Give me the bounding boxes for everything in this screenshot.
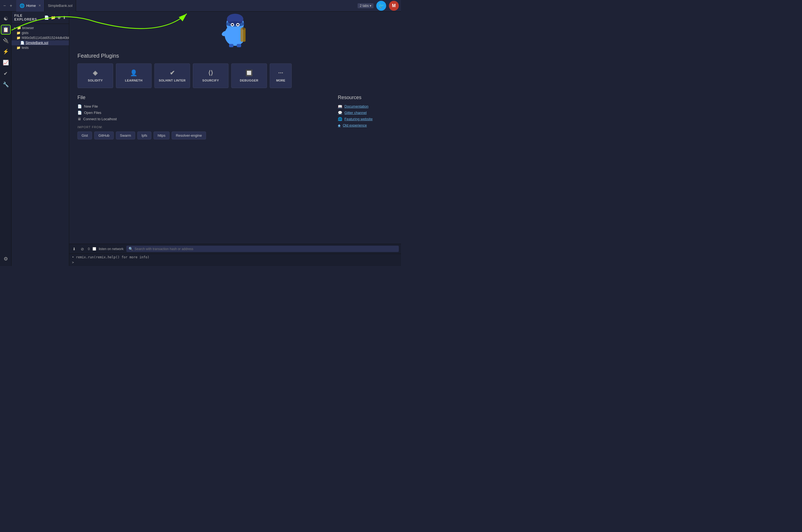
open-files-link-label: Open Files xyxy=(84,111,101,115)
link-open-files[interactable]: 📄 Open Files xyxy=(77,111,327,115)
solidity-icon: ◈ xyxy=(93,70,98,77)
chevron-down-icon[interactable]: ⬇ xyxy=(71,246,77,252)
svg-rect-15 xyxy=(237,44,241,47)
plugin-solidity[interactable]: ◈ SOLIDITY xyxy=(77,63,113,88)
resources-title: Resources xyxy=(338,95,393,100)
import-gist[interactable]: Gist xyxy=(77,132,92,139)
plugin-learneth[interactable]: 👤 LEARNETH xyxy=(116,63,152,88)
svg-point-4 xyxy=(231,23,234,26)
featuring-icon: 🌐 xyxy=(338,117,342,121)
import-buttons: Gist GitHub Swarm Ipfs https Resolver-en… xyxy=(77,132,327,139)
import-github[interactable]: GitHub xyxy=(94,132,113,139)
link-featuring[interactable]: 🌐 Featuring website xyxy=(338,117,393,121)
sidebar-item-tools[interactable]: 🔧 xyxy=(1,80,11,90)
svg-point-2 xyxy=(227,14,243,25)
svg-rect-8 xyxy=(241,28,245,42)
tree-item-browser[interactable]: ▼ 📁 browser xyxy=(12,25,69,31)
file-section-title: File xyxy=(77,95,327,100)
listen-label: listen on network xyxy=(99,247,124,251)
sourcify-icon: ⟨⟩ xyxy=(208,70,213,77)
home-page: Featured Plugins ◈ SOLIDITY 👤 LEARNETH ✔… xyxy=(69,12,401,244)
tree-item-tests[interactable]: 📁 tests xyxy=(12,45,69,50)
link-connect-localhost[interactable]: 🖥 Connect to Localhost xyxy=(77,117,327,121)
tree-item-hash-folder[interactable]: 📁 f490c0d51141dd0515244db40bbd0c17 xyxy=(12,35,69,40)
no-sign-icon[interactable]: ⊘ xyxy=(80,246,85,252)
link-new-file[interactable]: 📄 New File xyxy=(77,104,327,109)
tree-label-simplebank: SimpleBank.sol xyxy=(25,41,48,45)
search-input[interactable] xyxy=(135,247,397,251)
resources-section: Resources 📖 Documentation 💬 Gitter chann… xyxy=(338,95,393,139)
tab-simplebank[interactable]: SimpleBank.sol xyxy=(44,0,76,12)
medium-button[interactable]: M xyxy=(389,1,399,11)
link-documentation[interactable]: 📖 Documentation xyxy=(338,104,393,109)
folder-icon-hash: 📁 xyxy=(17,36,21,40)
tabs-area: 🌐 Home ✕ SimpleBank.sol 2 tabs ▾ 🐦 M xyxy=(16,0,399,12)
zoom-controls: − + xyxy=(2,3,14,9)
import-resolver[interactable]: Resolver-engine xyxy=(172,132,206,139)
link-old-experience[interactable]: ◆ Old experience xyxy=(338,123,393,127)
import-label: IMPORT FROM: xyxy=(77,126,327,129)
plugins-grid: ◈ SOLIDITY 👤 LEARNETH ✔ SOLHINT LINTER ⟨… xyxy=(77,63,393,88)
plugin-debugger-label: DEBUGGER xyxy=(240,79,259,82)
tab-home-close[interactable]: ✕ xyxy=(38,4,41,7)
twitter-button[interactable]: 🐦 xyxy=(376,1,386,11)
more-icon: ··· xyxy=(278,70,283,77)
icon-sidebar: ☯ 📋 🔌 ⚡ 📈 ✔ 🔧 ⚙ xyxy=(0,12,12,266)
github-icon[interactable]: ⊕ xyxy=(57,15,61,20)
console-prompt[interactable]: > xyxy=(72,261,398,264)
featured-plugins-title: Featured Plugins xyxy=(77,53,393,59)
svg-point-6 xyxy=(231,24,233,25)
sidebar-item-analytics[interactable]: 📈 xyxy=(1,58,11,68)
svg-rect-14 xyxy=(229,44,234,47)
tree-item-gists[interactable]: 📁 gists xyxy=(12,31,69,35)
plugin-learneth-label: LEARNETH xyxy=(125,79,143,82)
zoom-in-button[interactable]: + xyxy=(8,3,13,9)
file-tree: ▼ 📁 browser 📁 gists 📁 f490c0d51141dd0515… xyxy=(12,24,69,266)
open-files-link-icon: 📄 xyxy=(77,111,82,115)
top-right-icons: 🐦 M xyxy=(376,1,399,11)
sidebar-item-compile[interactable]: ⚡ xyxy=(1,47,11,57)
plugin-debugger[interactable]: 🔲 DEBUGGER xyxy=(231,63,267,88)
upload-icon[interactable]: ⬆ xyxy=(63,15,66,20)
tree-label-hash: f490c0d51141dd0515244db40bbd0c17 xyxy=(22,36,69,40)
gitter-label: Gitter channel xyxy=(344,111,367,115)
plugin-more[interactable]: ··· MORE xyxy=(270,63,292,88)
tabs-count[interactable]: 2 tabs ▾ xyxy=(358,3,374,8)
file-section: File 📄 New File 📄 Open Files 🖥 Connec xyxy=(77,95,327,139)
solhint-icon: ✔ xyxy=(170,70,175,77)
tab-home[interactable]: 🌐 Home ✕ xyxy=(16,0,45,12)
svg-point-3 xyxy=(225,21,245,26)
svg-point-0 xyxy=(225,24,245,46)
svg-point-5 xyxy=(236,23,240,26)
import-swarm[interactable]: Swarm xyxy=(116,132,135,139)
sidebar-item-files[interactable]: 📋 xyxy=(1,25,11,35)
plugin-sourcify[interactable]: ⟨⟩ SOURCIFY xyxy=(193,63,228,88)
sidebar-item-remix[interactable]: ☯ xyxy=(1,14,11,24)
tree-item-simplebank[interactable]: 📄 SimpleBank.sol xyxy=(12,40,69,45)
file-panel: FILE EXPLORERS 📄 📁 ⊕ ⬆ ▼ 📁 browser 📁 gis… xyxy=(12,12,69,266)
import-https[interactable]: https xyxy=(153,132,169,139)
top-bar: − + 🌐 Home ✕ SimpleBank.sol 2 tabs ▾ 🐦 M xyxy=(0,0,401,12)
sidebar-item-plugins[interactable]: 🔌 xyxy=(1,36,11,45)
plugin-solhint[interactable]: ✔ SOLHINT LINTER xyxy=(154,63,190,88)
new-file-icon[interactable]: 📄 xyxy=(44,15,49,20)
sidebar-item-test[interactable]: ✔ xyxy=(1,69,11,78)
tree-label-gists: gists xyxy=(22,31,29,35)
listen-count: 0 xyxy=(88,247,90,251)
plugin-sourcify-label: SOURCIFY xyxy=(202,79,219,82)
main-layout: ☯ 📋 🔌 ⚡ 📈 ✔ 🔧 ⚙ FILE EXPLORERS 📄 📁 ⊕ ⬆ ▼… xyxy=(0,12,401,266)
new-folder-icon[interactable]: 📁 xyxy=(51,15,56,20)
zoom-out-button[interactable]: − xyxy=(2,3,7,9)
link-gitter[interactable]: 💬 Gitter channel xyxy=(338,111,393,115)
import-ipfs[interactable]: Ipfs xyxy=(137,132,151,139)
listen-checkbox[interactable] xyxy=(93,247,96,251)
file-icon-simplebank: 📄 xyxy=(20,41,24,45)
new-file-link-icon: 📄 xyxy=(77,104,82,109)
sidebar-settings-button[interactable]: ⚙ xyxy=(1,254,11,264)
folder-icon-tests: 📁 xyxy=(17,46,21,50)
new-file-link-label: New File xyxy=(84,104,98,109)
connect-link-label: Connect to Localhost xyxy=(83,117,117,121)
eth-icon: ◆ xyxy=(338,123,340,127)
console-line-0: • remix.run(remix.help() for more info) xyxy=(72,255,398,260)
svg-point-1 xyxy=(226,15,244,33)
